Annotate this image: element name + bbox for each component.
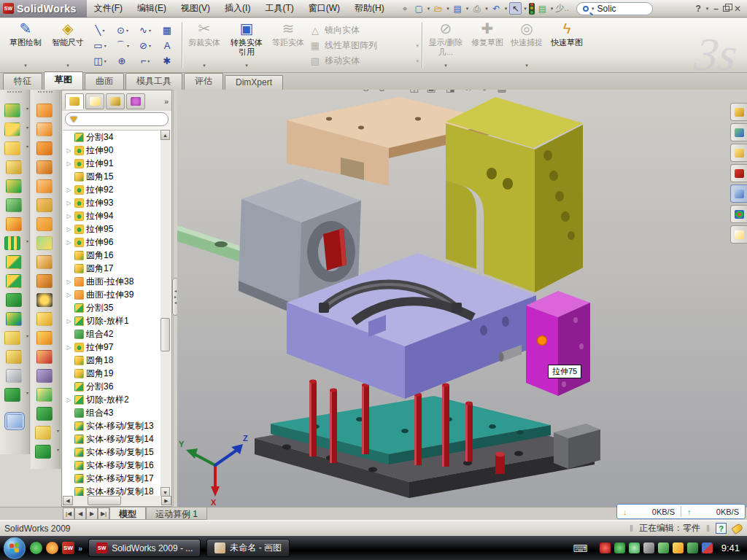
- toolbar-grip[interactable]: [38, 91, 53, 97]
- scroll-up-button[interactable]: ▲: [160, 130, 170, 140]
- menu-item[interactable]: 插入(I): [217, 0, 258, 17]
- doc-minimize-button[interactable]: –: [700, 90, 705, 91]
- tree-filter-input[interactable]: [65, 112, 169, 126]
- rapid-sketch-button[interactable]: ϟ 快速草图: [547, 20, 587, 70]
- expand-arrow-icon[interactable]: ▷: [66, 226, 72, 233]
- select-cursor-icon[interactable]: ↖: [509, 2, 522, 15]
- surface-tool-icon[interactable]: [36, 141, 53, 155]
- sketch-entity-button[interactable]: ⊙▾: [112, 23, 134, 38]
- tree-item[interactable]: ▷ 曲面-拉伸39: [63, 288, 161, 301]
- panel-tab[interactable]: [106, 93, 125, 109]
- tree-item[interactable]: 圆角16: [63, 249, 161, 262]
- panel-more-button[interactable]: »: [164, 97, 169, 106]
- save-icon[interactable]: ▤: [452, 2, 464, 15]
- ribbon-tab[interactable]: 模具工具: [125, 73, 182, 90]
- tray-icon[interactable]: [614, 542, 625, 553]
- surface-tool-icon[interactable]: [35, 426, 51, 440]
- menu-item[interactable]: 视图(V): [174, 0, 217, 17]
- tray-icon[interactable]: [687, 542, 698, 553]
- surface-tool-icon[interactable]: [36, 312, 53, 326]
- quick-snaps-button[interactable]: ◎ 快速捕捉▾: [508, 20, 546, 70]
- model-part-green-rod[interactable]: [177, 225, 249, 265]
- expand-arrow-icon[interactable]: ▷: [66, 213, 72, 219]
- tab-scroll-button[interactable]: ◀: [74, 508, 86, 520]
- feature-tool-icon[interactable]: [6, 179, 22, 193]
- tree-item[interactable]: ▷ 拉伸93: [63, 196, 161, 209]
- tray-icon[interactable]: [643, 542, 654, 553]
- move-entities-button[interactable]: ▧移动实体▾: [309, 53, 419, 69]
- surface-tool-icon[interactable]: [36, 350, 53, 364]
- tree-item[interactable]: ▷ 拉伸91: [63, 157, 161, 170]
- tray-icon[interactable]: [629, 542, 640, 553]
- scroll-right-button[interactable]: ▶: [161, 496, 171, 505]
- surface-tool-icon[interactable]: [36, 179, 53, 193]
- feature-tool-icon[interactable]: [6, 293, 22, 307]
- quick-launch-icon-2[interactable]: [46, 542, 58, 554]
- tree-item[interactable]: 实体-移动/复制14: [63, 432, 161, 446]
- feature-tool-icon[interactable]: [4, 236, 20, 250]
- tree-item[interactable]: 组合43: [63, 406, 161, 419]
- model-part-red-cylinder[interactable]: [495, 452, 505, 474]
- quick-launch-more-button[interactable]: »: [78, 544, 82, 553]
- feature-tool-icon[interactable]: [4, 331, 20, 345]
- tab-scroll-button[interactable]: ▶|: [98, 508, 109, 520]
- scroll-thumb[interactable]: [88, 496, 121, 505]
- panel-tab[interactable]: [126, 93, 145, 109]
- ribbon-tab[interactable]: 草图: [44, 71, 83, 90]
- quick-launch-solidworks-icon[interactable]: SW: [62, 542, 74, 554]
- sketch-entity-button[interactable]: ▦: [157, 23, 179, 38]
- menu-item[interactable]: 工具(T): [258, 0, 301, 17]
- instant3d-button[interactable]: [7, 414, 23, 428]
- scroll-left-button[interactable]: ◀: [63, 496, 73, 505]
- ribbon-tab[interactable]: 曲面: [85, 73, 124, 90]
- surface-tool-icon[interactable]: [36, 217, 53, 231]
- feature-tool-icon[interactable]: [6, 274, 22, 288]
- tray-icon[interactable]: [600, 542, 611, 553]
- offset-entities-button[interactable]: ≋ 等距实体: [269, 20, 307, 70]
- tree-item[interactable]: ▷ 拉伸96: [63, 236, 161, 249]
- surface-tool-icon[interactable]: [36, 198, 53, 212]
- surface-tool-icon[interactable]: [35, 445, 51, 459]
- tree-item[interactable]: ▷ 拉伸90: [63, 144, 161, 157]
- view-tool-button[interactable]: ▣▾: [426, 90, 440, 93]
- sketch-entity-button[interactable]: A: [157, 38, 179, 53]
- smart-dimension-button[interactable]: ◈ 智能尺寸▾: [48, 20, 88, 70]
- view-tool-button[interactable]: ⊕: [378, 90, 389, 93]
- feature-tool-icon[interactable]: [4, 141, 20, 155]
- pin-icon[interactable]: ⌖: [399, 2, 411, 15]
- surface-tool-icon[interactable]: [36, 388, 53, 402]
- tree-item[interactable]: 组合42: [63, 327, 161, 341]
- tab-scroll-button[interactable]: ▶: [86, 508, 98, 520]
- tray-icon[interactable]: [673, 542, 684, 553]
- surface-tool-icon[interactable]: [36, 236, 53, 250]
- display-delete-relations-button[interactable]: ⊘ 显示/删除几...▾: [425, 20, 467, 70]
- surface-tool-icon[interactable]: [36, 104, 53, 117]
- view-tool-button[interactable]: ◫: [409, 90, 421, 93]
- expand-arrow-icon[interactable]: ▷: [66, 187, 72, 193]
- surface-tool-icon[interactable]: [36, 122, 53, 136]
- expand-arrow-icon[interactable]: ▷: [66, 292, 72, 298]
- tree-item[interactable]: 实体-移动/复制13: [63, 419, 161, 432]
- feature-tool-icon[interactable]: [6, 312, 22, 326]
- toolbar-grip[interactable]: [7, 91, 22, 97]
- scroll-thumb[interactable]: [160, 318, 170, 351]
- panel-tab[interactable]: [85, 93, 104, 109]
- convert-entities-button[interactable]: ▣ 转换实体引用▾: [225, 20, 268, 70]
- sketch-entity-button[interactable]: ◫▾: [89, 53, 112, 69]
- input-method-icon[interactable]: ⌨: [573, 542, 587, 554]
- tree-item[interactable]: ▷ 拉伸97: [63, 341, 161, 354]
- tree-item[interactable]: ▷ 切除-放样2: [63, 393, 161, 406]
- quick-launch-icon-1[interactable]: [30, 542, 42, 554]
- open-file-icon[interactable]: 🗁: [432, 2, 444, 15]
- sketch-entity-button[interactable]: ∿▾: [134, 23, 157, 38]
- taskbar-task-button[interactable]: SW SolidWorks 2009 - ...: [88, 539, 201, 557]
- feature-tool-icon[interactable]: [6, 350, 22, 364]
- model-canvas[interactable]: X Y Z: [177, 90, 747, 507]
- ribbon-tab[interactable]: 评估: [184, 73, 223, 90]
- task-pane-tab[interactable]: [730, 144, 747, 162]
- feature-tool-icon[interactable]: [4, 388, 20, 402]
- feature-tool-icon[interactable]: [6, 369, 22, 383]
- expand-arrow-icon[interactable]: ▷: [66, 147, 72, 154]
- task-pane-tab[interactable]: [730, 184, 747, 203]
- menu-item[interactable]: 文件(F): [87, 0, 130, 17]
